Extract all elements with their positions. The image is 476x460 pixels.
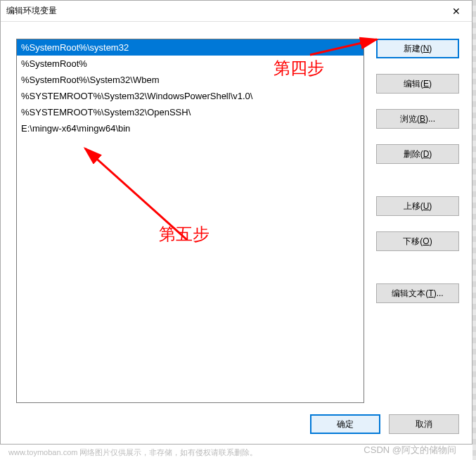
button-label: 编辑文本(T)...: [392, 288, 443, 300]
path-row[interactable]: E:\mingw-x64\mingw64\bin: [17, 120, 364, 136]
browse-button[interactable]: 浏览(B)...: [376, 109, 459, 129]
titlebar[interactable]: 编辑环境变量 ✕: [1, 1, 472, 22]
path-row[interactable]: %SystemRoot%: [17, 56, 364, 72]
window-title: 编辑环境变量: [6, 5, 57, 17]
env-var-dialog: 编辑环境变量 ✕ %SystemRoot%\system32%SystemRoo…: [0, 0, 472, 445]
path-row[interactable]: %SystemRoot%\system32: [17, 39, 364, 56]
edit-button[interactable]: 编辑(E): [376, 74, 459, 94]
cancel-button[interactable]: 取消: [389, 414, 459, 434]
button-label: 取消: [416, 419, 432, 430]
delete-button[interactable]: 删除(D): [376, 144, 459, 164]
path-listbox[interactable]: %SystemRoot%\system32%SystemRoot%%System…: [16, 39, 364, 403]
dialog-actions: 确定 取消: [310, 414, 459, 434]
edit-text-button[interactable]: 编辑文本(T)...: [376, 283, 459, 303]
button-label: 浏览(B)...: [400, 113, 435, 125]
footer-right-watermark: CSDN @阿文的储物间: [364, 444, 456, 456]
button-label: 上移(U): [404, 200, 432, 212]
path-row[interactable]: %SYSTEMROOT%\System32\WindowsPowerShell\…: [17, 88, 364, 104]
button-label: 删除(D): [404, 148, 432, 160]
button-label: 编辑(E): [404, 78, 432, 90]
button-label: 新建(N): [404, 43, 432, 55]
path-row[interactable]: %SystemRoot%\System32\Wbem: [17, 72, 364, 88]
footer-left-text: www.toymoban.com 网络图片仅供展示，非存储，如有侵权请联系删除。: [8, 447, 257, 458]
button-label: 确定: [337, 419, 354, 430]
path-row[interactable]: %SYSTEMROOT%\System32\OpenSSH\: [17, 104, 364, 120]
right-edge-decoration: [472, 0, 476, 460]
button-column: 新建(N) 编辑(E) 浏览(B)... 删除(D) 上移(U) 下移(O) 编…: [376, 39, 459, 303]
ok-button[interactable]: 确定: [310, 414, 380, 434]
new-button[interactable]: 新建(N): [376, 39, 459, 58]
button-label: 下移(O): [403, 236, 432, 248]
close-icon: ✕: [452, 6, 461, 17]
move-down-button[interactable]: 下移(O): [376, 231, 459, 251]
move-up-button[interactable]: 上移(U): [376, 196, 459, 216]
close-button[interactable]: ✕: [440, 1, 472, 22]
